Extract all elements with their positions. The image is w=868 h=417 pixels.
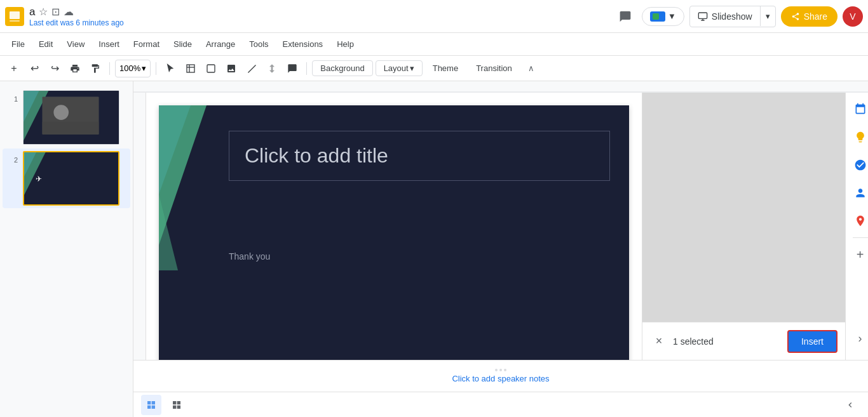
selected-text: 1 selected <box>673 336 714 347</box>
slide-1-num: 1 <box>8 90 18 103</box>
app-logo[interactable] <box>5 7 24 26</box>
arrow-tool[interactable] <box>263 60 281 77</box>
right-panel: × 1 selected Insert <box>642 93 845 360</box>
undo-button[interactable]: ↩ <box>25 60 43 77</box>
menu-view[interactable]: View <box>60 37 91 51</box>
notes-handle <box>495 369 506 371</box>
meet-button[interactable]: ▼ <box>642 7 684 26</box>
slide-1-thumb[interactable] <box>23 90 119 145</box>
bottom-toolbar <box>133 392 868 417</box>
sidebar-maps-icon[interactable] <box>849 209 869 232</box>
right-panel-content <box>642 93 845 322</box>
top-right: ▼ Slideshow ▾ Share V <box>614 5 863 28</box>
share-button[interactable]: Share <box>781 6 837 27</box>
toolbar-collapse-button[interactable]: ∧ <box>522 60 540 77</box>
doc-title-row: a ☆ ⊡ ☁ <box>29 6 609 18</box>
sidebar-calendar-icon[interactable] <box>849 98 869 121</box>
svg-rect-7 <box>187 65 194 72</box>
sidebar-add-button[interactable]: + <box>849 243 869 266</box>
speaker-notes[interactable]: Click to add speaker notes <box>133 360 868 392</box>
menu-arrange[interactable]: Arrange <box>200 37 241 51</box>
transition-button[interactable]: Transition <box>468 61 520 76</box>
image-tool[interactable] <box>222 60 240 77</box>
meet-icon <box>650 11 665 22</box>
close-selection-button[interactable]: × <box>650 333 668 350</box>
zoom-value: 100% <box>119 63 140 73</box>
shape-tool[interactable] <box>202 60 220 77</box>
comment-tool[interactable] <box>283 60 301 77</box>
slide-2-thumb[interactable]: ✈ <box>23 151 119 206</box>
toolbar-separator-2 <box>156 62 156 75</box>
svg-rect-17 <box>43 122 99 135</box>
layout-dropdown-icon: ▾ <box>410 63 414 73</box>
meet-label: ▼ <box>668 11 676 21</box>
zoom-dropdown-icon: ▾ <box>142 63 146 73</box>
grid-view-button[interactable] <box>141 395 161 415</box>
avatar[interactable]: V <box>843 6 863 27</box>
ruler-top <box>133 81 868 93</box>
sidebar-contacts-icon[interactable] <box>849 182 869 204</box>
print-button[interactable] <box>66 60 84 77</box>
zoom-control[interactable]: 100% ▾ <box>115 60 151 77</box>
insert-button[interactable]: Insert <box>787 330 837 353</box>
svg-rect-0 <box>10 11 20 19</box>
frame-tool[interactable] <box>182 60 200 77</box>
slide-subtitle[interactable]: Thank you <box>229 251 270 261</box>
slide-title-placeholder[interactable]: Click to add title <box>229 131 610 181</box>
redo-button[interactable]: ↪ <box>46 60 64 77</box>
doc-title[interactable]: a <box>29 6 35 18</box>
layout-button[interactable]: Layout ▾ <box>376 60 423 76</box>
comments-button[interactable] <box>614 5 637 28</box>
add-button[interactable]: + <box>5 60 23 77</box>
slides-panel: 1 <box>0 81 133 417</box>
sidebar-tasks-icon[interactable] <box>849 154 869 176</box>
slide-canvas-area: Click to add title Thank you <box>146 93 642 360</box>
svg-rect-4 <box>698 13 707 18</box>
main-layout: 1 <box>0 81 868 417</box>
menu-insert[interactable]: Insert <box>92 37 126 51</box>
menu-tools[interactable]: Tools <box>243 37 275 51</box>
slideshow-main[interactable]: Slideshow <box>690 6 760 27</box>
menu-format[interactable]: Format <box>127 37 166 51</box>
slideshow-button[interactable]: Slideshow ▾ <box>689 6 776 27</box>
select-tool[interactable] <box>161 60 179 77</box>
sidebar-expand-icon[interactable]: › <box>849 327 869 350</box>
slideshow-dropdown[interactable]: ▾ <box>760 6 775 26</box>
menu-extensions[interactable]: Extensions <box>276 37 330 51</box>
share-label: Share <box>804 11 827 22</box>
ruler-left <box>133 93 146 360</box>
slide-2-num: 2 <box>8 151 18 164</box>
menu-file[interactable]: File <box>5 37 31 51</box>
menu-edit[interactable]: Edit <box>32 37 59 51</box>
paint-format-button[interactable] <box>86 60 104 77</box>
slide-canvas[interactable]: Click to add title Thank you <box>159 105 629 360</box>
slide-2-row[interactable]: 2 ✈ <box>3 149 130 208</box>
layout-label: Layout <box>384 63 409 73</box>
menu-help[interactable]: Help <box>330 37 360 51</box>
sidebar-keep-icon[interactable] <box>849 126 869 149</box>
speaker-notes-placeholder[interactable]: Click to add speaker notes <box>452 374 549 383</box>
top-bar: a ☆ ⊡ ☁ Last edit was 6 minutes ago ▼ Sl… <box>0 0 868 33</box>
slide-1-row[interactable]: 1 <box>3 88 130 147</box>
background-button[interactable]: Background <box>312 60 372 76</box>
collapse-panel-button[interactable] <box>840 395 860 415</box>
toolbar: + ↩ ↪ 100% ▾ Background Layout ▾ Theme T… <box>0 56 868 81</box>
menu-bar: File Edit View Insert Format Slide Arran… <box>0 33 868 56</box>
selected-count: × 1 selected <box>650 333 714 350</box>
theme-button[interactable]: Theme <box>425 61 466 76</box>
list-view-button[interactable] <box>166 395 187 415</box>
svg-text:✈: ✈ <box>36 175 42 183</box>
star-icon[interactable]: ☆ <box>39 6 48 18</box>
svg-rect-2 <box>653 13 659 20</box>
menu-slide[interactable]: Slide <box>167 37 198 51</box>
folder-icon[interactable]: ⊡ <box>51 6 60 18</box>
right-sidebar: + › <box>845 93 868 360</box>
last-edit-text[interactable]: Last edit was 6 minutes ago <box>29 18 609 27</box>
svg-rect-1 <box>10 20 20 22</box>
right-panel-bottom: × 1 selected Insert <box>642 322 845 360</box>
line-tool[interactable] <box>243 60 261 77</box>
slide-title-text: Click to add title <box>245 144 388 167</box>
sidebar-separator <box>853 237 868 238</box>
title-area: a ☆ ⊡ ☁ Last edit was 6 minutes ago <box>29 6 609 27</box>
cloud-icon[interactable]: ☁ <box>64 6 74 18</box>
